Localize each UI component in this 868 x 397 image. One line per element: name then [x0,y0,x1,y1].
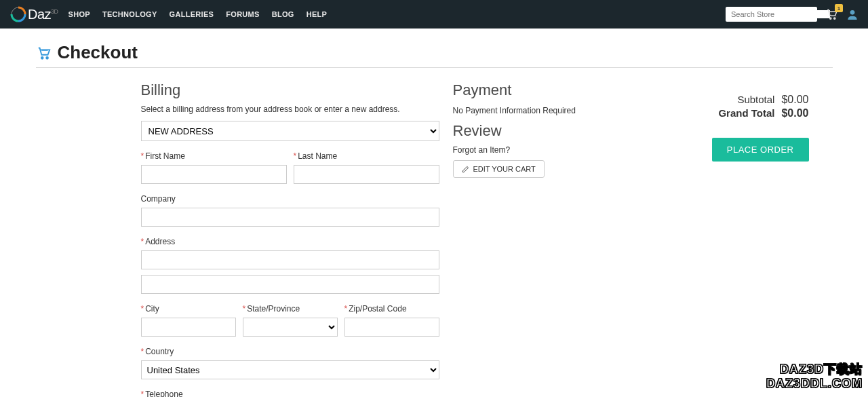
billing-subtext: Select a billing address from your addre… [141,105,439,114]
page-title-row: Checkout [36,42,833,68]
main-header: Daz3D SHOP TECHNOLOGY GALLERIES FORUMS B… [0,0,868,29]
watermark-line1: DAZ3D下载站 [766,362,863,377]
svg-point-7 [46,56,48,58]
company-label: Company [141,194,439,204]
country-select[interactable]: United States [141,360,439,379]
billing-section: Billing Select a billing address from yo… [141,81,439,397]
first-name-label: *First Name [141,151,287,161]
nav-blog[interactable]: BLOG [272,10,294,18]
billing-heading: Billing [141,81,439,99]
daz-logo-icon [10,6,26,22]
search-input[interactable] [726,10,830,18]
main-nav: SHOP TECHNOLOGY GALLERIES FORUMS BLOG HE… [68,10,328,18]
search-box [726,7,817,22]
header-right: 1 [726,7,858,22]
grand-total-value: $0.00 [781,107,808,119]
telephone-label: *Telephone [141,390,439,397]
last-name-label: *Last Name [294,151,439,161]
nav-help[interactable]: HELP [307,10,328,18]
state-label: *State/Province [243,304,338,314]
address-select[interactable]: NEW ADDRESS [141,121,439,141]
zip-label: *Zip/Postal Code [344,304,439,314]
place-order-button[interactable]: PLACE ORDER [712,138,809,162]
nav-shop[interactable]: SHOP [68,10,90,18]
page-content: Checkout Billing Select a billing addres… [12,29,856,397]
state-select[interactable] [243,318,338,337]
user-icon [847,8,858,20]
zip-input[interactable] [344,318,439,337]
cart-badge: 1 [835,4,843,12]
checkout-cart-icon [36,45,52,60]
address-input-2[interactable] [141,275,439,294]
content-area: Billing Select a billing address from yo… [36,81,833,397]
svg-point-6 [41,56,43,58]
totals: Subtotal $0.00 Grand Total $0.00 PLACE O… [712,94,809,162]
svg-point-4 [834,18,835,19]
company-input[interactable] [141,208,439,227]
subtotal-value: $0.00 [781,94,808,106]
address-input-1[interactable] [141,250,439,269]
grand-total-label: Grand Total [718,107,774,119]
svg-point-5 [850,10,855,15]
user-menu[interactable] [847,8,858,20]
subtotal-label: Subtotal [737,94,774,105]
watermark: DAZ3D下载站 DAZ3DDL.COM [766,362,863,392]
edit-icon [462,166,469,173]
first-name-input[interactable] [141,165,287,184]
page-title: Checkout [58,42,138,63]
nav-forums[interactable]: FORUMS [226,10,259,18]
country-label: *Country [141,347,439,356]
svg-point-3 [830,18,831,19]
nav-galleries[interactable]: GALLERIES [170,10,214,18]
logo[interactable]: Daz3D [10,6,58,22]
right-column: Payment No Payment Information Required … [453,81,833,397]
watermark-line2: DAZ3DDL.COM [766,377,863,392]
last-name-input[interactable] [294,165,439,184]
city-label: *City [141,304,236,314]
address-label: *Address [141,237,439,246]
edit-cart-button[interactable]: EDIT YOUR CART [453,160,545,178]
logo-text: Daz3D [28,7,58,22]
nav-technology[interactable]: TECHNOLOGY [102,10,157,18]
city-input[interactable] [141,318,236,337]
cart-button[interactable]: 1 [825,8,839,20]
